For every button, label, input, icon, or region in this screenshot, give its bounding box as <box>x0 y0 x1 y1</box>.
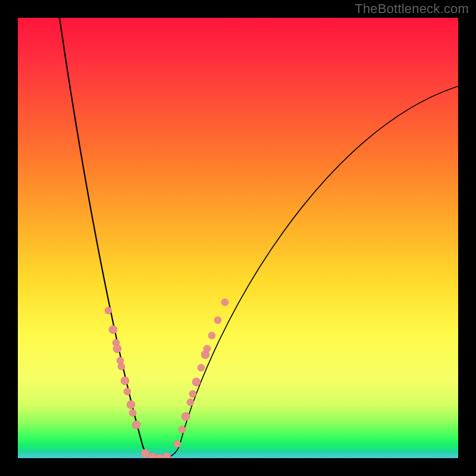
data-point <box>109 325 117 334</box>
data-point <box>214 317 221 324</box>
data-point <box>113 345 121 353</box>
valley-right-curve <box>162 86 458 458</box>
data-point <box>187 399 194 406</box>
plot-area <box>18 18 458 458</box>
data-point <box>174 440 181 447</box>
data-point <box>121 377 129 385</box>
curve-layer <box>18 18 458 458</box>
data-point <box>198 364 205 371</box>
data-point <box>221 299 228 306</box>
data-point <box>203 345 211 352</box>
watermark-text: TheBottleneck.com <box>355 1 469 17</box>
data-point <box>129 409 136 416</box>
data-point <box>208 332 215 339</box>
data-point <box>105 307 112 314</box>
data-point <box>127 400 135 409</box>
valley-left-curve <box>60 18 162 458</box>
chart-frame: TheBottleneck.com <box>0 0 476 476</box>
data-point <box>189 390 196 397</box>
data-point <box>124 388 131 395</box>
data-point <box>181 412 190 421</box>
data-points-group <box>105 299 228 458</box>
data-point <box>192 378 201 386</box>
data-point <box>118 363 125 370</box>
data-point <box>162 453 171 458</box>
data-point <box>132 421 140 429</box>
data-point <box>178 426 186 433</box>
